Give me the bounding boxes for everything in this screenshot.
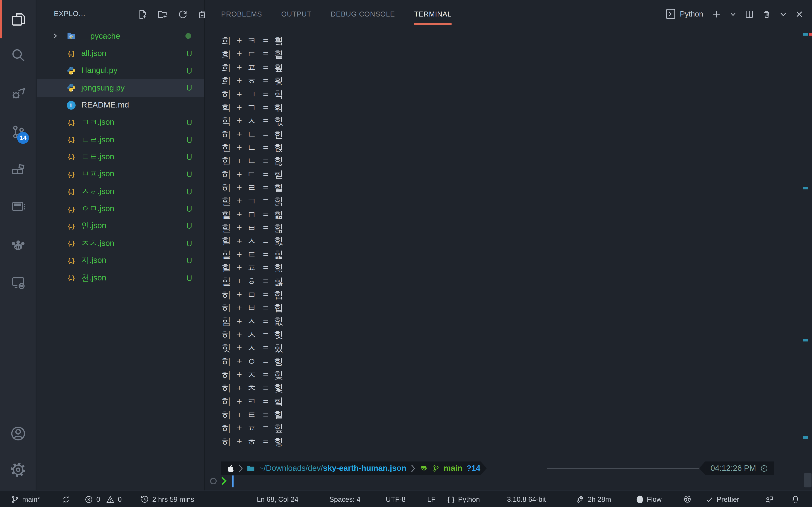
plus-sign: + [234, 236, 245, 247]
status-interpreter[interactable]: 3.10.8 64-bit [507, 491, 546, 507]
split-terminal-icon[interactable] [745, 9, 754, 19]
composed-syllable: 힚 [274, 315, 283, 328]
file-row[interactable]: {..} ㅇㅁ.json U [37, 200, 204, 217]
new-file-icon[interactable] [137, 9, 148, 20]
syllable: 힐 [221, 195, 234, 207]
jamo: ㄹ [245, 181, 259, 194]
status-encoding[interactable]: UTF-8 [386, 491, 406, 507]
equals-sign: = [259, 289, 272, 300]
status-notifications[interactable] [791, 491, 800, 507]
file-name: 천.json [81, 273, 106, 283]
status-branch[interactable]: main* [11, 491, 40, 507]
extensions-icon[interactable] [0, 152, 36, 188]
jamo: ㅎ [245, 436, 259, 448]
git-untracked-badge: U [187, 83, 192, 92]
run-debug-icon[interactable] [0, 75, 36, 112]
terminal-output[interactable]: 희 + ㅋ = 힄 희 + ㅌ = 힅 희 + ㅍ [221, 34, 283, 448]
hide-panel-chevron-icon[interactable] [779, 10, 787, 18]
jamo: ㅎ [245, 275, 259, 288]
syllable: 히 [221, 181, 234, 194]
file-name: __pycache__ [81, 32, 129, 41]
terminal-scrollbar-thumb[interactable] [804, 473, 812, 487]
status-flow[interactable]: Flow [636, 491, 662, 507]
file-row[interactable]: {..} 천.json U [37, 269, 204, 287]
panel-tab[interactable]: OUTPUT [281, 0, 311, 28]
source-control-icon[interactable] [0, 114, 36, 150]
explorer-icon[interactable] [0, 1, 36, 37]
settings-gear-icon[interactable] [0, 452, 36, 488]
json-file-icon: {..} [65, 274, 77, 282]
equals-sign: = [259, 196, 272, 207]
terminal-line: 힐 + ㄱ = 힑 [221, 194, 283, 208]
file-row[interactable]: {..} ㄷㅌ.json U [37, 148, 204, 165]
plus-sign: + [234, 35, 245, 46]
terminal-shell-selector[interactable]: Python [665, 8, 703, 20]
jamo: ㅂ [245, 222, 259, 234]
error-count: 0 [96, 496, 100, 503]
status-sync[interactable] [62, 491, 70, 507]
jamo: ㅌ [245, 248, 259, 261]
file-row[interactable]: {..} ㅅㅎ.json U [37, 183, 204, 200]
status-session-time[interactable]: 2 hrs 59 mins [140, 491, 194, 507]
search-icon[interactable] [0, 37, 36, 73]
new-terminal-icon[interactable] [712, 9, 721, 19]
explorer-header: EXPLO... [37, 0, 204, 28]
kill-terminal-trash-icon[interactable] [762, 9, 771, 19]
file-row[interactable]: {..} ㄱㅋ.json U [37, 114, 204, 131]
account-icon[interactable] [0, 415, 36, 452]
equals-sign: = [259, 383, 272, 394]
overview-mark [803, 339, 808, 341]
file-row[interactable]: {..} all.json U [37, 45, 204, 62]
terminal-line: 히 + ㄹ = 힐 [221, 181, 283, 194]
plus-sign: + [234, 383, 245, 394]
equals-sign: = [259, 249, 272, 260]
history-clock-icon [140, 495, 149, 504]
sync-icon [62, 495, 70, 504]
status-cursor-position[interactable]: Ln 68, Col 24 [257, 491, 299, 507]
panel-tab[interactable]: TERMINAL [414, 0, 452, 28]
file-row[interactable]: {..} 인.json U [37, 218, 204, 235]
plus-sign: + [234, 209, 245, 220]
syllable: 히 [221, 355, 234, 368]
git-untracked-badge: U [187, 153, 192, 161]
launch-profile-chevron-icon[interactable] [730, 11, 737, 17]
remote-screen-icon[interactable] [0, 265, 36, 301]
close-panel-icon[interactable] [796, 10, 803, 18]
file-row[interactable]: {..} ㅈㅊ.json U [37, 235, 204, 252]
equals-sign: = [259, 75, 272, 86]
check-icon [705, 496, 714, 503]
status-language[interactable]: { } Python [448, 491, 480, 507]
status-bar: main* 0 0 2 hrs 59 mins Ln 68, Col [0, 491, 812, 507]
git-untracked-badge: U [187, 170, 192, 179]
session-time-label: 2 hrs 59 mins [152, 496, 194, 503]
status-feedback[interactable] [764, 491, 774, 507]
new-folder-icon[interactable] [157, 9, 168, 20]
jamo: ㄷ [245, 168, 259, 181]
file-row[interactable]: i README.md [37, 97, 204, 114]
panel-tab[interactable]: DEBUG CONSOLE [331, 0, 395, 28]
status-timer[interactable]: 2h 28m [576, 491, 611, 507]
rocket-icon [576, 495, 585, 504]
file-row[interactable]: {..} 지.json U [37, 252, 204, 269]
status-formatter[interactable]: Prettier [705, 491, 739, 507]
file-row[interactable]: jongsung.py U [37, 79, 204, 97]
refresh-icon[interactable] [177, 9, 189, 20]
file-row[interactable]: {..} ㄴㄹ.json U [37, 131, 204, 148]
container-panel-icon[interactable] [0, 188, 36, 225]
panel-tab-label: TERMINAL [414, 10, 452, 18]
composed-syllable: 힍 [274, 142, 283, 154]
file-row[interactable]: Hangul.py U [37, 62, 204, 79]
panel-tab[interactable]: PROBLEMS [221, 0, 262, 28]
status-eol[interactable]: LF [427, 491, 436, 507]
status-pet-icon[interactable] [682, 491, 692, 507]
file-row[interactable]: __pycache__ [37, 27, 204, 45]
syllable: 힛 [221, 342, 234, 354]
paw-extension-icon[interactable] [0, 227, 36, 263]
composed-syllable: 힆 [274, 61, 283, 74]
status-indentation[interactable]: Spaces: 4 [329, 491, 360, 507]
file-row[interactable]: {..} ㅂㅍ.json U [37, 166, 204, 183]
equals-sign: = [259, 143, 272, 153]
prompt-chevron-icon [221, 476, 227, 486]
status-problems[interactable]: 0 0 [85, 491, 122, 507]
activity-bar: 14 [0, 0, 36, 491]
